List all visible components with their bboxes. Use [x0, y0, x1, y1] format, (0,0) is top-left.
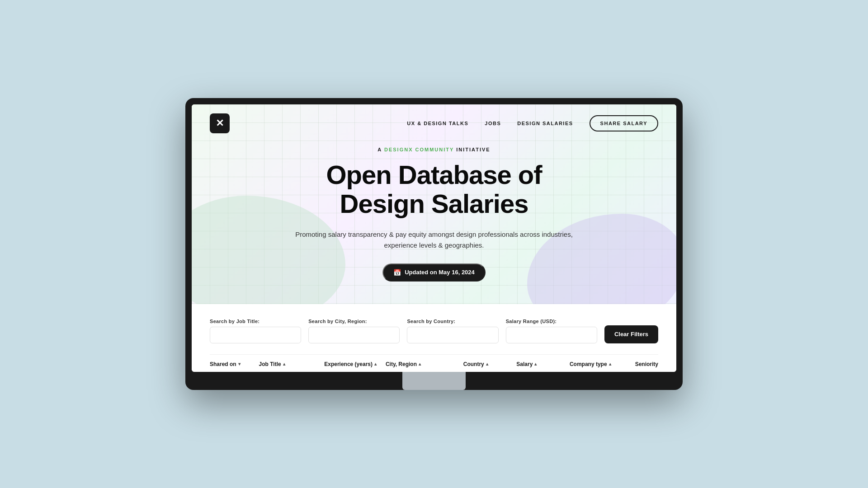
hero-section: ✕ UX & DESIGN TALKS JOBS DESIGN SALARIES… [192, 104, 676, 304]
col-job-title-label: Job Title [259, 361, 281, 367]
col-salary-label: Salary [516, 361, 533, 367]
col-city-sort: ▴ [419, 361, 421, 366]
calendar-icon: 📅 [393, 269, 401, 276]
col-company-label: Company type [570, 361, 607, 367]
col-shared-on[interactable]: Shared on ▾ [210, 361, 259, 367]
col-experience-sort: ▴ [374, 361, 377, 366]
salary-label: Salary Range (USD): [506, 319, 597, 324]
city-label: Search by City, Region: [308, 319, 400, 324]
col-job-title[interactable]: Job Title ▴ [259, 361, 325, 367]
col-country-sort: ▴ [486, 361, 488, 366]
community-badge: A DESIGNX COMMUNITY INITIATIVE [210, 147, 658, 152]
col-company-type[interactable]: Company type ▴ [570, 361, 635, 367]
col-seniority-label: Seniority [635, 361, 658, 367]
col-company-sort: ▴ [609, 361, 611, 366]
col-salary[interactable]: Salary ▴ [516, 361, 570, 367]
share-salary-button[interactable]: SHARE SALARY [590, 115, 658, 131]
nav-links: UX & DESIGN TALKS JOBS DESIGN SALARIES S… [407, 115, 658, 131]
monitor-stand [402, 372, 466, 390]
navbar: ✕ UX & DESIGN TALKS JOBS DESIGN SALARIES… [192, 104, 676, 142]
col-seniority[interactable]: Seniority [635, 361, 658, 367]
table-header: Shared on ▾ Job Title ▴ Experience (year… [210, 354, 658, 372]
job-title-field: Search by Job Title: [210, 319, 301, 343]
col-city-region[interactable]: City, Region ▴ [386, 361, 463, 367]
badge-suffix: INITIATIVE [454, 147, 490, 152]
monitor-screen: ✕ UX & DESIGN TALKS JOBS DESIGN SALARIES… [192, 104, 676, 372]
logo[interactable]: ✕ [210, 113, 230, 133]
salary-field: Salary Range (USD): [506, 319, 597, 343]
clear-filters-button[interactable]: Clear Filters [604, 325, 658, 343]
monitor-outer: ✕ UX & DESIGN TALKS JOBS DESIGN SALARIES… [185, 98, 683, 390]
nav-jobs[interactable]: JOBS [485, 121, 501, 126]
hero-content: A DESIGNX COMMUNITY INITIATIVE Open Data… [192, 142, 676, 304]
col-experience-label: Experience (years) [324, 361, 373, 367]
col-salary-sort: ▴ [534, 361, 537, 366]
nav-design-salaries[interactable]: DESIGN SALARIES [517, 121, 573, 126]
hero-title: Open Database of Design Salaries [210, 160, 658, 218]
country-field: Search by Country: [407, 319, 498, 343]
badge-highlight: DESIGNX COMMUNITY [384, 147, 454, 152]
salary-input[interactable] [506, 327, 597, 343]
hero-title-line1: Open Database of [326, 160, 542, 189]
hero-subtitle: Promoting salary transparency & pay equi… [280, 229, 588, 251]
col-shared-on-label: Shared on [210, 361, 236, 367]
city-field: Search by City, Region: [308, 319, 400, 343]
country-label: Search by Country: [407, 319, 498, 324]
job-title-label: Search by Job Title: [210, 319, 301, 324]
job-title-input[interactable] [210, 327, 301, 343]
badge-prefix: A [377, 147, 384, 152]
col-job-title-sort: ▴ [283, 361, 285, 366]
col-city-label: City, Region [386, 361, 417, 367]
updated-label: Updated on May 16, 2024 [405, 269, 475, 276]
updated-badge[interactable]: 📅 Updated on May 16, 2024 [382, 263, 486, 282]
col-country[interactable]: Country ▴ [463, 361, 517, 367]
country-input[interactable] [407, 327, 498, 343]
search-row: Search by Job Title: Search by City, Reg… [210, 319, 658, 343]
search-section: Search by Job Title: Search by City, Reg… [192, 304, 676, 372]
col-shared-on-sort: ▾ [238, 361, 241, 366]
logo-symbol: ✕ [216, 117, 224, 129]
col-experience[interactable]: Experience (years) ▴ [324, 361, 386, 367]
col-country-label: Country [463, 361, 484, 367]
page-wrapper: ✕ UX & DESIGN TALKS JOBS DESIGN SALARIES… [185, 98, 683, 390]
hero-title-line2: Design Salaries [340, 189, 528, 218]
city-input[interactable] [308, 327, 400, 343]
nav-ux-talks[interactable]: UX & DESIGN TALKS [407, 121, 468, 126]
